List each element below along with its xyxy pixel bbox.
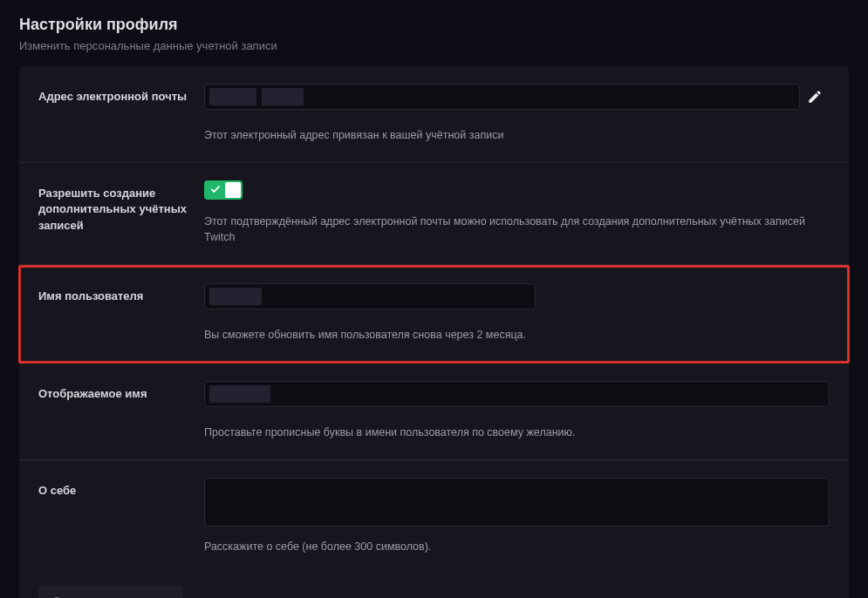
row-bio: О себе Расскажите о себе (не более 300 с… xyxy=(19,460,849,574)
help-allow-additional: Этот подтверждённый адрес электронной по… xyxy=(204,214,830,245)
check-icon xyxy=(209,183,222,195)
label-display-name: Отображаемое имя xyxy=(38,381,204,402)
row-username: Имя пользователя Вы сможете обновить имя… xyxy=(18,265,850,363)
allow-additional-toggle[interactable] xyxy=(204,180,243,200)
row-allow-additional: Разрешить создание дополнительных учётны… xyxy=(19,163,849,265)
display-name-input[interactable] xyxy=(204,381,830,407)
help-username: Вы сможете обновить имя пользователя сно… xyxy=(204,327,536,343)
label-allow-additional: Разрешить создание дополнительных учётны… xyxy=(38,180,204,234)
pencil-icon[interactable] xyxy=(807,89,823,105)
save-row: Сохранить изменения xyxy=(19,574,849,598)
row-display-name: Отображаемое имя Проставьте прописные бу… xyxy=(19,364,849,460)
help-display-name: Проставьте прописные буквы в имени польз… xyxy=(204,425,830,440)
help-email: Этот электронный адрес привязан к вашей … xyxy=(204,127,800,143)
help-bio: Расскажите о себе (не более 300 символов… xyxy=(204,539,830,554)
label-bio: О себе xyxy=(38,478,204,499)
bio-textarea[interactable] xyxy=(204,478,830,527)
page-subtitle: Изменить персональные данные учетной зап… xyxy=(19,39,849,52)
field-col-bio: Расскажите о себе (не более 300 символов… xyxy=(204,478,830,554)
field-col-allow-additional: Этот подтверждённый адрес электронной по… xyxy=(204,180,830,245)
row-email: Адрес электронной почты Этот электронный… xyxy=(19,66,849,163)
toggle-knob xyxy=(225,182,241,198)
save-button[interactable]: Сохранить изменения xyxy=(38,586,183,598)
field-col-email: Этот электронный адрес привязан к вашей … xyxy=(204,84,800,143)
settings-panel: Адрес электронной почты Этот электронный… xyxy=(19,66,849,598)
label-username: Имя пользователя xyxy=(38,283,204,304)
field-col-username: Вы сможете обновить имя пользователя сно… xyxy=(204,283,536,343)
label-email: Адрес электронной почты xyxy=(38,84,204,105)
page-title: Настройки профиля xyxy=(19,16,849,34)
field-col-display-name: Проставьте прописные буквы в имени польз… xyxy=(204,381,830,440)
